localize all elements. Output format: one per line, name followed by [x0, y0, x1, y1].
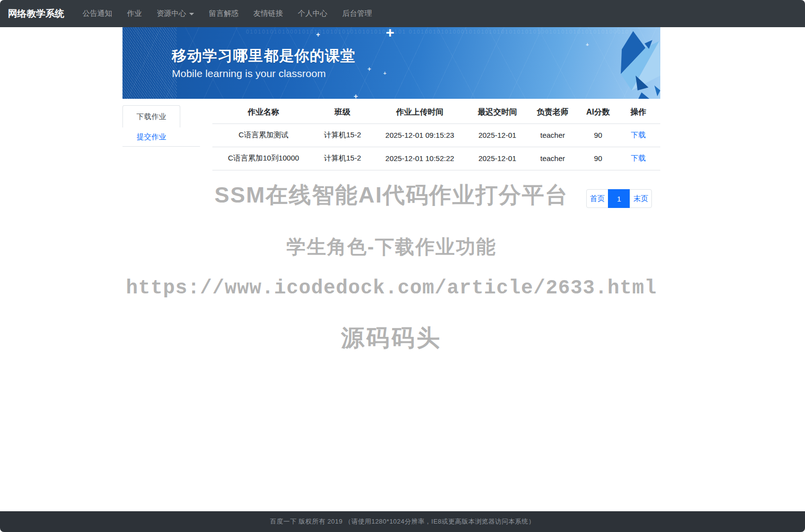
- nav-item-admin[interactable]: 后台管理: [335, 5, 379, 22]
- download-link[interactable]: 下载: [631, 130, 646, 139]
- cell-teacher: teacher: [525, 147, 580, 170]
- cell-class: 计算机15-2: [315, 123, 370, 147]
- cell-class: 计算机15-2: [315, 147, 370, 170]
- hero-banner: 0101010101000101010101010101010101010101…: [122, 27, 660, 99]
- cell-ai-score: 90: [580, 147, 616, 170]
- cell-homework-name: C语言累加测试: [212, 123, 315, 147]
- table-header-row: 作业名称 班级 作业上传时间 最迟交时间 负责老师 AI分数 操作: [212, 102, 660, 123]
- download-link[interactable]: 下载: [631, 154, 646, 162]
- banner-hatch-decor: [122, 27, 177, 99]
- nav-item-personal-center[interactable]: 个人中心: [290, 5, 335, 22]
- nav-item-messages[interactable]: 留言解惑: [201, 5, 246, 22]
- nav-item-friend-links[interactable]: 友情链接: [246, 5, 290, 22]
- table-row: C语言累加10到10000 计算机15-2 2025-12-01 10:52:2…: [212, 147, 660, 170]
- cell-homework-name: C语言累加10到10000: [212, 147, 315, 170]
- watermark-url: https://www.icodedock.com/article/2633.h…: [122, 277, 660, 299]
- nav-item-homework[interactable]: 作业: [120, 5, 149, 22]
- top-navbar: 网络教学系统 公告通知 作业 资源中心 留言解惑 友情链接 个人中心 后台管理: [0, 0, 805, 27]
- banner-title: 移动学习哪里都是你的课堂: [172, 46, 356, 66]
- brand-title[interactable]: 网络教学系统: [8, 7, 64, 20]
- cell-deadline: 2025-12-01: [469, 123, 525, 147]
- plus-icon: +: [354, 92, 358, 99]
- banner-subtitle: Mobile learning is your classroom: [172, 68, 326, 80]
- page-container: 0101010101000101010101010101010101010101…: [122, 27, 660, 170]
- watermark-platform-title: SSM在线智能AI代码作业打分平台: [122, 180, 660, 210]
- nav-item-announcements[interactable]: 公告通知: [75, 5, 120, 22]
- chevron-down-icon: [189, 13, 194, 15]
- watermark-role-feature: 学生角色-下载作业功能: [122, 234, 660, 260]
- plus-icon: +: [367, 66, 371, 72]
- col-header-homework-name: 作业名称: [212, 102, 315, 123]
- sidebar-tabs: 下载作业 提交作业: [122, 102, 200, 147]
- homework-table: 作业名称 班级 作业上传时间 最迟交时间 负责老师 AI分数 操作 C语言累加测…: [212, 102, 660, 170]
- col-header-class: 班级: [315, 102, 370, 123]
- homework-table-area: 作业名称 班级 作业上传时间 最迟交时间 负责老师 AI分数 操作 C语言累加测…: [212, 102, 660, 170]
- footer-copyright: 百度一下 版权所有 2019 （请使用1280*1024分辨率，IE8或更高版本…: [270, 517, 535, 526]
- col-header-actions: 操作: [616, 102, 660, 123]
- plus-icon: +: [386, 27, 395, 40]
- cell-deadline: 2025-12-01: [469, 147, 525, 170]
- nav-menu: 公告通知 作业 资源中心 留言解惑 友情链接 个人中心 后台管理: [75, 5, 379, 22]
- tab-download-homework[interactable]: 下载作业: [122, 105, 180, 127]
- col-header-ai-score: AI分数: [580, 102, 616, 123]
- col-header-deadline: 最迟交时间: [469, 102, 525, 123]
- banner-binary-decor: 0101010101000101010101010101010101010101…: [246, 28, 631, 45]
- table-row: C语言累加测试 计算机15-2 2025-12-01 09:15:23 2025…: [212, 123, 660, 147]
- cell-teacher: teacher: [525, 123, 580, 147]
- page-footer: 百度一下 版权所有 2019 （请使用1280*1024分辨率，IE8或更高版本…: [0, 511, 805, 532]
- plus-icon: +: [383, 71, 386, 76]
- nav-item-resource-center-label: 资源中心: [157, 9, 186, 17]
- nav-item-resource-center[interactable]: 资源中心: [149, 5, 201, 22]
- paper-airplane-graphic: [586, 27, 660, 99]
- cell-ai-score: 90: [580, 123, 616, 147]
- cell-upload-time: 2025-12-01 09:15:23: [370, 123, 469, 147]
- watermark-source-dock: 源码码头: [122, 323, 660, 354]
- cell-upload-time: 2025-12-01 10:52:22: [370, 147, 469, 170]
- main-content: 0101010101000101010101010101010101010101…: [0, 27, 805, 511]
- plus-icon: +: [316, 31, 320, 38]
- col-header-upload-time: 作业上传时间: [370, 102, 469, 123]
- tab-submit-homework[interactable]: 提交作业: [122, 127, 180, 146]
- col-header-teacher: 负责老师: [525, 102, 580, 123]
- content-row: 下载作业 提交作业 作业名称 班级 作业上传时间 最迟交时间: [122, 102, 660, 170]
